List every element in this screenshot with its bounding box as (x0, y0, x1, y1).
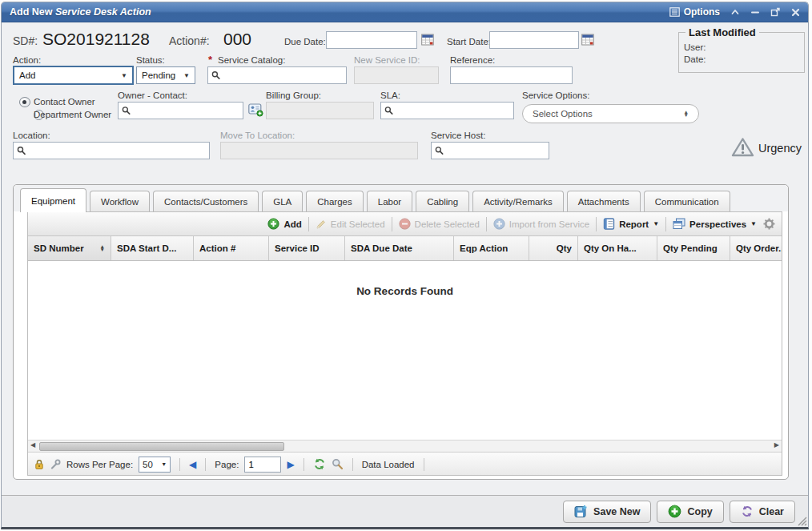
service-options-select[interactable]: Select Options ▲▼ (522, 104, 699, 123)
clear-icon (741, 505, 754, 517)
urgency-icon[interactable] (731, 137, 754, 158)
location-label: Location: (13, 131, 50, 140)
action-number-value: 000 (223, 30, 251, 49)
column-header-service-id[interactable]: Service ID (269, 236, 345, 260)
column-header-eqp-action[interactable]: Eqp Action (454, 236, 529, 260)
service-catalog-text[interactable] (220, 68, 343, 82)
add-contact-icon[interactable] (248, 103, 263, 117)
previous-page-icon[interactable]: ◀ (189, 459, 196, 470)
action-label: Action: (13, 55, 41, 65)
next-page-icon[interactable]: ▶ (287, 459, 294, 470)
action-number-label: Action#: (169, 34, 210, 47)
action-select-value: Add (19, 70, 35, 80)
column-header-sda-due-date[interactable]: SDA Due Date (345, 236, 454, 260)
perspectives-button[interactable]: Perspectives ▼ (673, 218, 757, 230)
scroll-left-icon[interactable]: ◀ (30, 441, 35, 449)
column-label: Service ID (275, 243, 320, 253)
search-icon (211, 70, 220, 80)
tab-charges[interactable]: Charges (306, 191, 363, 211)
sla-text[interactable] (393, 103, 510, 118)
copy-button[interactable]: Copy (657, 501, 723, 523)
search-icon (384, 106, 393, 115)
tab-labor[interactable]: Labor (367, 191, 412, 211)
edit-selected-button: Edit Selected (316, 219, 385, 230)
tab-equipment[interactable]: Equipment (20, 188, 86, 212)
sla-input[interactable] (380, 102, 514, 119)
column-label: Qty Pending (663, 243, 718, 253)
column-header-qty[interactable]: Qty (529, 236, 578, 260)
column-header-qty-on-hand[interactable]: Qty On Ha... (578, 236, 657, 260)
owner-contact-input[interactable] (118, 102, 243, 119)
column-header-action-number[interactable]: Action # (194, 236, 269, 260)
contact-owner-label: Contact Owner (34, 97, 95, 107)
service-host-input[interactable] (431, 142, 549, 159)
column-label: Qty Order... (736, 243, 782, 253)
scrollbar-thumb[interactable] (39, 442, 284, 451)
column-header-sda-start-date[interactable]: SDA Start D... (111, 236, 194, 260)
scroll-right-icon[interactable]: ▶ (774, 441, 779, 449)
title-bar: Add New Service Desk Action Options (2, 2, 808, 22)
window-title-name: Service Desk Action (55, 6, 151, 18)
tab-contacts-customers[interactable]: Contacts/Customers (153, 191, 259, 211)
save-new-button[interactable]: Save New (563, 501, 651, 523)
service-host-text[interactable] (444, 143, 545, 158)
popout-icon[interactable] (770, 7, 781, 17)
horizontal-scrollbar[interactable]: ◀ ▶ (28, 440, 782, 452)
rows-per-page-select[interactable]: 50 ▼ (139, 457, 171, 473)
column-header-qty-pending[interactable]: Qty Pending (657, 236, 730, 260)
resize-grip[interactable] (796, 515, 807, 526)
owner-contact-label: Owner - Contact: (118, 91, 187, 100)
lock-icon[interactable] (34, 459, 44, 470)
action-select[interactable]: Add ▼ (13, 66, 134, 85)
start-date-calendar-icon[interactable] (581, 34, 594, 46)
tab-workflow[interactable]: Workflow (90, 191, 150, 211)
last-modified-legend: Last Modified (685, 26, 759, 38)
column-header-qty-ordered[interactable]: Qty Order... (730, 236, 782, 260)
search-icon (122, 106, 131, 115)
tab-attachments[interactable]: Attachments (567, 191, 641, 211)
service-options-label: Service Options: (522, 91, 589, 100)
billing-group-input (266, 102, 374, 119)
status-select[interactable]: Pending ▼ (136, 66, 195, 84)
report-caret-icon: ▼ (653, 220, 659, 227)
collapse-icon[interactable] (730, 8, 740, 16)
refresh-icon[interactable] (313, 458, 326, 470)
due-date-calendar-icon[interactable] (421, 34, 434, 46)
owner-contact-text[interactable] (131, 103, 239, 118)
start-date-input[interactable] (489, 31, 579, 49)
page-input[interactable] (244, 457, 281, 473)
add-button[interactable]: Add (267, 218, 301, 230)
column-label: Eqp Action (460, 243, 508, 253)
minimize-icon[interactable] (750, 8, 760, 16)
location-text[interactable] (26, 143, 206, 158)
close-icon[interactable] (791, 8, 800, 17)
grid-header-row: SD Number ▲▼ SDA Start D... Action # Ser… (28, 236, 782, 261)
rows-per-page-label: Rows Per Page: (66, 460, 133, 469)
add-icon (267, 218, 279, 230)
options-button[interactable]: Options (669, 6, 720, 18)
due-date-input[interactable] (326, 31, 417, 49)
grid-settings-gear-icon[interactable] (763, 218, 775, 230)
tab-gla[interactable]: GLA (262, 191, 303, 211)
column-header-sd-number[interactable]: SD Number ▲▼ (28, 236, 111, 260)
service-catalog-input[interactable] (207, 66, 347, 84)
pager-separator (179, 458, 180, 471)
edit-pencil-icon (316, 219, 327, 230)
clear-button[interactable]: Clear (730, 501, 795, 523)
due-date-text[interactable] (330, 33, 413, 47)
pager-separator (352, 458, 353, 471)
wrench-icon[interactable] (50, 459, 61, 470)
tab-activity-remarks[interactable]: Activity/Remarks (472, 191, 564, 211)
reference-input[interactable] (450, 66, 573, 84)
new-service-id-label: New Service ID: (354, 55, 420, 65)
tab-cabling[interactable]: Cabling (416, 191, 469, 211)
start-date-text[interactable] (493, 33, 575, 47)
filter-search-icon[interactable] (332, 458, 344, 470)
tab-communication[interactable]: Communication (644, 191, 730, 211)
tab-label: Cabling (427, 197, 458, 207)
location-input[interactable] (13, 142, 210, 159)
report-button[interactable]: Report ▼ (603, 218, 659, 230)
contact-owner-radio[interactable] (19, 97, 30, 107)
reference-text[interactable] (454, 68, 569, 82)
sort-icon[interactable]: ▲▼ (100, 245, 105, 252)
